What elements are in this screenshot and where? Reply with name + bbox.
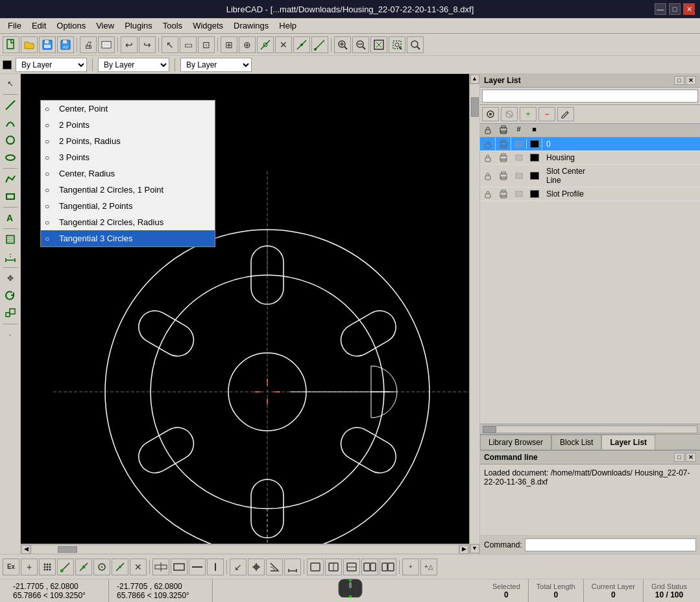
screen-right-btn[interactable] bbox=[380, 559, 396, 575]
hscroll-right-button[interactable]: ▶ bbox=[459, 545, 468, 554]
maximize-button[interactable]: □ bbox=[669, 3, 681, 15]
open-file-button[interactable] bbox=[21, 36, 38, 53]
screen-left-btn[interactable] bbox=[361, 559, 378, 575]
layer-slotprofile-lock[interactable] bbox=[480, 187, 496, 200]
tool-polyline[interactable] bbox=[2, 171, 19, 187]
hscroll-thumb[interactable] bbox=[58, 546, 77, 553]
tool-arc[interactable] bbox=[2, 114, 19, 131]
layer-row-slot-profile[interactable]: Slot Profile bbox=[480, 187, 700, 201]
cmdline-close-button[interactable]: ✕ bbox=[686, 453, 696, 462]
restrict-hor-btn[interactable] bbox=[189, 559, 206, 575]
cm-2points[interactable]: ○ 2 Points bbox=[41, 117, 215, 133]
layer-slotcenter-print[interactable] bbox=[496, 169, 511, 182]
layer-hscrollbar[interactable] bbox=[480, 424, 700, 434]
deselect-button[interactable]: ⊡ bbox=[198, 36, 215, 53]
zoom-out-button[interactable] bbox=[352, 36, 369, 53]
snap-center-btn[interactable] bbox=[93, 559, 110, 575]
layer-0-vis[interactable] bbox=[511, 139, 527, 149]
tool-text[interactable]: A bbox=[2, 210, 19, 226]
remove-layer-button[interactable]: − bbox=[538, 107, 555, 121]
zoom-in-button[interactable] bbox=[334, 36, 351, 53]
layer-slotprofile-color[interactable] bbox=[527, 188, 542, 200]
new-file-button[interactable] bbox=[3, 36, 19, 53]
tab-block-list[interactable]: Block List bbox=[551, 435, 601, 450]
tool-rect[interactable] bbox=[2, 188, 19, 205]
menu-view[interactable]: View bbox=[91, 19, 119, 32]
menu-edit[interactable]: Edit bbox=[27, 19, 51, 32]
tool-scale[interactable] bbox=[2, 305, 19, 322]
select-window-button[interactable]: ▭ bbox=[180, 36, 197, 53]
snap-line-button[interactable] bbox=[257, 36, 274, 53]
tab-library-browser[interactable]: Library Browser bbox=[480, 435, 551, 450]
coord-relative-btn[interactable]: +△ bbox=[420, 559, 437, 575]
layer-slotcenter-name[interactable]: Slot CenterLine bbox=[542, 165, 700, 187]
screen-horiz-btn[interactable] bbox=[325, 559, 342, 575]
layer-housing-vis[interactable] bbox=[511, 152, 527, 163]
command-input[interactable] bbox=[525, 538, 696, 551]
snap-grid-button[interactable]: ⊞ bbox=[221, 36, 237, 53]
tool-line[interactable] bbox=[2, 97, 19, 114]
linetype-selector[interactable]: By Layer bbox=[98, 58, 169, 72]
snap-point-button[interactable]: ⊕ bbox=[239, 36, 256, 53]
close-button[interactable]: ✕ bbox=[683, 3, 695, 15]
tool-move[interactable]: ✥ bbox=[2, 270, 19, 287]
add-layer-button[interactable]: + bbox=[520, 107, 537, 121]
tab-layer-list[interactable]: Layer List bbox=[601, 435, 655, 450]
vscroll-up-button[interactable]: ▲ bbox=[470, 75, 479, 84]
hscroll-left-button[interactable]: ◀ bbox=[21, 545, 30, 554]
undo-button[interactable]: ↩ bbox=[121, 36, 138, 53]
snap-dist-btn[interactable]: ✕ bbox=[130, 559, 147, 575]
relative-zero-btn[interactable]: ↙ bbox=[230, 559, 247, 575]
cm-2points-radius[interactable]: ○ 2 Points, Radius bbox=[41, 133, 215, 149]
layer-slotprofile-print[interactable] bbox=[496, 187, 511, 200]
tool-hatch[interactable] bbox=[2, 231, 19, 248]
snap-endpoint-btn[interactable] bbox=[57, 559, 74, 575]
cm-3points[interactable]: ○ 3 Points bbox=[41, 149, 215, 165]
snap-mid-button[interactable] bbox=[293, 36, 310, 53]
restrict-nothing-btn[interactable] bbox=[152, 559, 169, 575]
snap-end-button[interactable] bbox=[311, 36, 328, 53]
layer-list-close-button[interactable]: ✕ bbox=[686, 76, 696, 85]
menu-options[interactable]: Options bbox=[51, 19, 91, 32]
layer-hscroll-thumb[interactable] bbox=[483, 426, 496, 433]
layer-slotcenter-lock[interactable] bbox=[480, 169, 496, 182]
layer-0-lock[interactable] bbox=[480, 138, 496, 150]
restrict-ortho-btn[interactable] bbox=[171, 559, 187, 575]
color-selector[interactable]: By Layer bbox=[16, 58, 87, 72]
screen-vert-btn[interactable] bbox=[343, 559, 360, 575]
vscroll-down-button[interactable]: ▼ bbox=[470, 544, 479, 553]
cm-tan2pts[interactable]: ○ Tangential, 2 Points bbox=[41, 198, 215, 214]
ex-button[interactable]: Ex bbox=[3, 559, 19, 575]
menu-tools[interactable]: Tools bbox=[158, 19, 187, 32]
restrict-ver-btn[interactable] bbox=[207, 559, 224, 575]
zoom-previous-button[interactable] bbox=[407, 36, 424, 53]
layer-row-housing[interactable]: Housing bbox=[480, 151, 700, 165]
save-button[interactable] bbox=[39, 36, 56, 53]
hide-all-layers-button[interactable] bbox=[501, 107, 518, 121]
snap-grid-btn2[interactable] bbox=[39, 559, 56, 575]
linewidth-selector[interactable]: By Layer bbox=[180, 58, 252, 72]
coord-absolute-btn[interactable]: + bbox=[402, 559, 419, 575]
layer-housing-name[interactable]: Housing bbox=[542, 151, 700, 164]
cm-center-radius[interactable]: ○ Center, Radius bbox=[41, 165, 215, 182]
layer-list-float-button[interactable]: □ bbox=[674, 76, 684, 85]
cm-tan2c1p[interactable]: ○ Tangential 2 Circles, 1 Point bbox=[41, 182, 215, 198]
cm-center-point[interactable]: ○ Center, Point bbox=[41, 101, 215, 117]
tool-ellipse[interactable] bbox=[2, 149, 19, 166]
print-button[interactable]: 🖨 bbox=[80, 36, 97, 53]
vscroll-thumb[interactable] bbox=[471, 97, 479, 117]
hscroll-track[interactable] bbox=[32, 546, 458, 553]
vscroll-track[interactable] bbox=[470, 84, 479, 544]
layer-slotcenter-color[interactable] bbox=[527, 170, 542, 182]
menu-file[interactable]: File bbox=[3, 19, 27, 32]
snap-intersection-button[interactable]: ✕ bbox=[275, 36, 292, 53]
tool-circle[interactable] bbox=[2, 132, 19, 149]
layer-row-0[interactable]: 0 bbox=[480, 138, 700, 151]
snap-distance-btn[interactable] bbox=[284, 559, 301, 575]
layer-housing-color[interactable] bbox=[527, 152, 542, 163]
minimize-button[interactable]: — bbox=[655, 3, 666, 15]
layer-search-input[interactable] bbox=[482, 90, 698, 102]
saveas-button[interactable]: AS bbox=[57, 36, 74, 53]
zoom-all-button[interactable] bbox=[370, 36, 387, 53]
cm-tan2c-radius[interactable]: ○ Tangential 2 Circles, Radius bbox=[41, 214, 215, 230]
